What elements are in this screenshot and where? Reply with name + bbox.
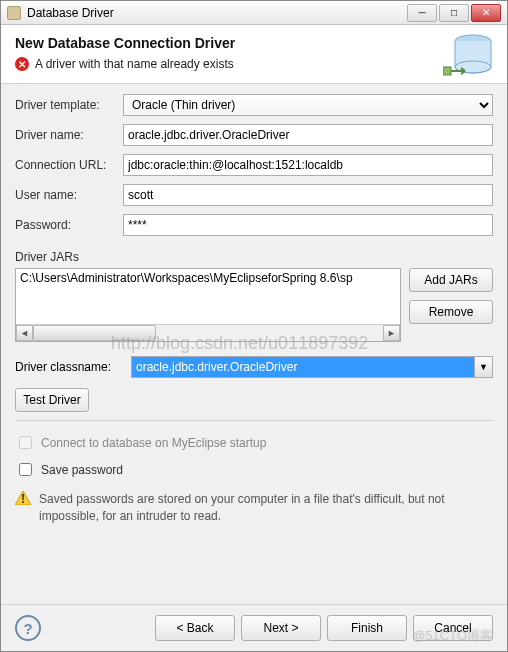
warning-icon: ! [15,491,31,505]
template-label: Driver template: [15,98,123,112]
jars-label: Driver JARs [15,250,493,264]
connect-startup-checkbox[interactable]: Connect to database on MyEclipse startup [15,433,493,452]
user-input[interactable] [123,184,493,206]
password-label: Password: [15,218,123,232]
svg-text:!: ! [21,492,25,505]
window-controls: ─ □ ✕ [407,4,501,22]
dialog-footer: ? < Back Next > Finish Cancel [1,604,507,651]
classname-combo[interactable]: oracle.jdbc.driver.OracleDriver ▼ [131,356,493,378]
maximize-button[interactable]: □ [439,4,469,22]
finish-button[interactable]: Finish [327,615,407,641]
jar-item[interactable]: C:\Users\Administrator\Workspaces\MyEcli… [16,269,400,287]
error-row: ✕ A driver with that name already exists [15,57,493,71]
url-label: Connection URL: [15,158,123,172]
password-input[interactable] [123,214,493,236]
error-message: A driver with that name already exists [35,57,234,71]
test-driver-button[interactable]: Test Driver [15,388,89,412]
scroll-right-icon[interactable]: ► [383,325,400,341]
add-jars-button[interactable]: Add JARs [409,268,493,292]
user-label: User name: [15,188,123,202]
database-icon [443,31,497,85]
next-button[interactable]: Next > [241,615,321,641]
chevron-down-icon[interactable]: ▼ [474,357,492,377]
dialog-client: Driver template: Oracle (Thin driver) Dr… [1,84,507,604]
classname-label: Driver classname: [15,360,123,374]
scroll-thumb[interactable] [33,325,156,341]
error-icon: ✕ [15,57,29,71]
name-input[interactable] [123,124,493,146]
window-title: Database Driver [27,6,114,20]
close-button[interactable]: ✕ [471,4,501,22]
titlebar: Database Driver ─ □ ✕ [1,1,507,25]
help-button[interactable]: ? [15,615,41,641]
save-password-input[interactable] [19,463,32,476]
remove-button[interactable]: Remove [409,300,493,324]
scroll-track[interactable] [33,325,383,341]
save-password-checkbox[interactable]: Save password [15,460,493,479]
jars-scrollbar[interactable]: ◄ ► [16,324,400,341]
connect-startup-input [19,436,32,449]
password-warning: ! Saved passwords are stored on your com… [15,491,493,525]
cancel-button[interactable]: Cancel [413,615,493,641]
back-button[interactable]: < Back [155,615,235,641]
name-label: Driver name: [15,128,123,142]
dialog-header: New Database Connection Driver ✕ A drive… [1,25,507,84]
jars-list[interactable]: C:\Users\Administrator\Workspaces\MyEcli… [15,268,401,342]
scroll-left-icon[interactable]: ◄ [16,325,33,341]
minimize-button[interactable]: ─ [407,4,437,22]
svg-rect-2 [443,67,451,75]
separator [15,420,493,421]
classname-value[interactable]: oracle.jdbc.driver.OracleDriver [132,357,474,377]
url-input[interactable] [123,154,493,176]
app-icon [7,6,21,20]
dialog-title: New Database Connection Driver [15,35,493,51]
template-select[interactable]: Oracle (Thin driver) [123,94,493,116]
